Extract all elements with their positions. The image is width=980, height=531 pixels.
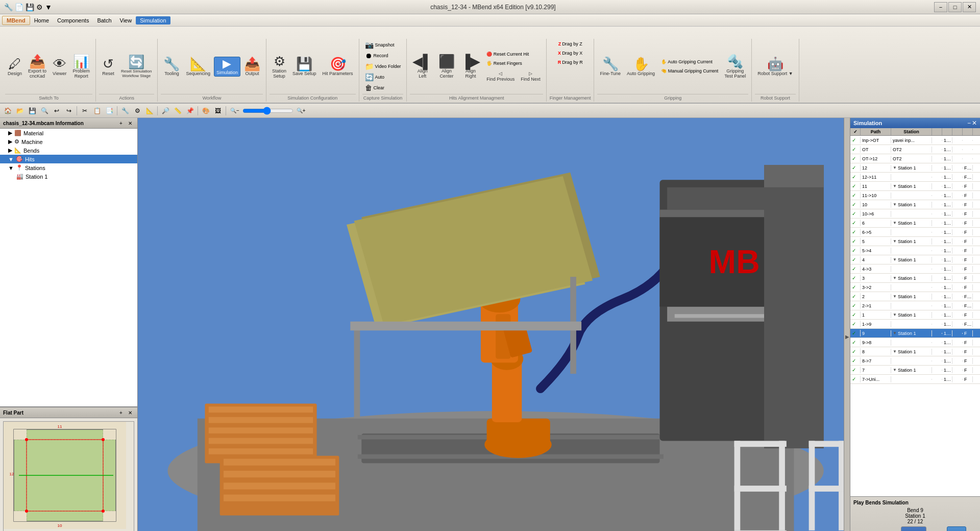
simulation-button[interactable]: ▶ Simulation [214,57,240,77]
tree-item-material[interactable]: ▶ 🟫 Material [0,129,137,137]
video-folder-button[interactable]: 📁 Video Folder [362,61,404,71]
toolbar-btn-11[interactable]: ⚙ [132,105,143,116]
sim-row[interactable]: ✓5->41 - Vac...F [850,246,980,255]
tooling-button[interactable]: 🔧 Tooling [161,56,182,78]
sim-row[interactable]: ✓10▼Station 11 - Vac...F [850,200,980,209]
sim-row[interactable]: ✓1▼Station 11 - Vac...F [850,310,980,320]
sim-row[interactable]: ✓8▼Station 11 - Vac...F [850,347,980,356]
sim-row[interactable]: ✓11->101 - Vac...F [850,191,980,200]
sim-row[interactable]: ✓12->111 - Vac...F + R [850,173,980,182]
manual-gripping-current-button[interactable]: 🤏 Manual Gripping Current [658,67,721,75]
tree-item-station1[interactable]: 🏭 Station 1 [0,172,137,181]
save-setup-button[interactable]: 💾 Save Setup [290,56,319,78]
simulation-menu-item[interactable]: Simulation [136,16,170,25]
sim-row[interactable]: ✓9▼Station 11 - Vac...F [850,329,980,338]
tree-item-stations[interactable]: ▼ 📍 Stations [0,163,137,172]
auto-gripping-button[interactable]: ✋ Auto Gripping [624,56,657,78]
sim-row[interactable]: ✓Inp->OTyavei inp...1 - Vac... [850,136,980,145]
toolbar-btn-14[interactable]: 📏 [172,105,183,116]
sim-row[interactable]: ✓6▼Station 11 - Vac...F [850,219,980,228]
tree-item-machine[interactable]: ▶ ⚙ Machine [0,137,137,146]
sim-minimize-btn[interactable]: − [967,119,971,127]
sim-row[interactable]: ✓1->91 - Vac...F + R [850,320,980,329]
problem-report-button[interactable]: 📊 ProblemReport [70,53,92,80]
toolbar-btn-15[interactable]: 📌 [184,105,195,116]
toolbar-btn-1[interactable]: 🏠 [2,105,13,116]
align-left-button[interactable]: ◀▌ AlignLeft [410,53,434,80]
sim-row[interactable]: ✓4->31 - Vac...F [850,264,980,274]
station-setup-button[interactable]: ⚙ StationSetup [270,53,289,80]
toolbar-btn-17[interactable]: 🖼 [212,105,224,116]
drag-by-x-button[interactable]: X Drag by X [555,49,585,57]
components-menu-item[interactable]: Components [53,16,93,25]
sim-close-btn[interactable]: ✕ [972,119,977,127]
viewer-button[interactable]: 👁 Viewer [50,56,69,78]
sim-row[interactable]: ✓OT->12OT21 - Vac... [850,154,980,163]
sim-row[interactable]: ✓3->21 - Vac...F [850,283,980,292]
drag-by-z-button[interactable]: Z Drag by Z [556,40,585,48]
single-play-button[interactable]: Single Play [947,526,966,531]
toolbar-btn-10[interactable]: 🔧 [119,105,131,116]
sim-row[interactable]: ✓2->11 - Vac...F + R [850,301,980,310]
drag-by-r-button[interactable]: R Drag by R [555,58,585,66]
flat-part-close-btn[interactable]: ✕ [126,408,134,417]
home-menu-item[interactable]: Home [30,16,53,25]
viewport-3d[interactable]: MB [138,118,850,531]
sequencing-button[interactable]: 📐 Sequencing [183,56,213,78]
toolbar-btn-7[interactable]: ✂ [79,105,90,116]
view-menu-item[interactable]: View [116,16,136,25]
sim-row[interactable]: ✓4▼Station 11 - Vac...F [850,255,980,264]
zoom-slider[interactable] [242,107,293,115]
toolbar-btn-8[interactable]: 📋 [91,105,103,116]
fine-tune-button[interactable]: 🔧 Fine-Tune [597,56,623,78]
sim-row[interactable]: ✓11▼Station 11 - Vac...F [850,182,980,191]
toolbar-btn-12[interactable]: 📐 [144,105,155,116]
sim-row[interactable]: ✓8->71 - Vac...F [850,356,980,366]
align-center-button[interactable]: ⬛ AlignCenter [436,53,457,80]
sim-row[interactable]: ✓2▼Station 11 - Vac...F + R [850,292,980,301]
find-next-button[interactable]: ▷ Find Next [518,69,543,83]
tree-item-bends[interactable]: ▶ 📐 Bends [0,146,137,155]
sim-row[interactable]: ✓OTOT21 - Vac... [850,145,980,154]
output-button[interactable]: 📤 Output [241,56,263,78]
toolbar-btn-16[interactable]: 🎨 [200,105,211,116]
hit-params-button[interactable]: 🎯 Hit Parameters [320,56,356,78]
reset-button[interactable]: ↺ Reset [99,56,117,78]
toolbar-btn-13[interactable]: 🔎 [160,105,171,116]
reset-fingers-button[interactable]: 🖐 Reset Fingers [484,59,543,67]
toolbar-btn-9[interactable]: 📑 [104,105,115,116]
sim-row[interactable]: ✓7->Uni...1 - Vac...F [850,375,980,384]
gripping-test-button[interactable]: 🔩 GrippingTest Panel [722,53,748,80]
record-button[interactable]: ⏺ Record [362,51,404,61]
sim-row[interactable]: ✓3▼Station 11 - Vac...F [850,274,980,283]
find-previous-button[interactable]: ◁ Find Previous [484,69,517,83]
play-forward-large-button[interactable]: ⏩ [901,526,926,531]
toolbar-btn-6[interactable]: ↪ [63,105,75,116]
sim-row[interactable]: ✓12▼Station 11 - Vac...F + R [850,163,980,173]
robot-support-button[interactable]: 🤖 Robot Support ▼ [755,56,795,78]
tree-close-button[interactable]: ✕ [126,119,134,127]
maximize-button[interactable]: □ [948,2,962,12]
sim-row[interactable]: ✓10->61 - Vac...F [850,209,980,219]
sim-row[interactable]: ✓5▼Station 11 - Vac...F [850,237,980,246]
toolbar-btn-5[interactable]: ↩ [51,105,62,116]
toolbar-btn-2[interactable]: 📂 [14,105,26,116]
reset-simulation-button[interactable]: 🔄 Reset SimulationWorkflow Stage [118,54,154,80]
auto-gripping-current-button[interactable]: ✋ Auto Gripping Current [658,58,721,66]
sim-row[interactable]: ✓6->51 - Vac...F [850,228,980,237]
align-right-button[interactable]: ▐▶ AlignRight [458,53,483,80]
tree-expand-button[interactable]: + [117,119,125,127]
clear-button[interactable]: 🗑 Clear [362,83,404,93]
toolbar-btn-4[interactable]: 🔍 [39,105,50,116]
toolbar-btn-3[interactable]: 💾 [27,105,38,116]
tree-item-hits[interactable]: ▼ 🎯 Hits [0,155,137,163]
mbend-menu-item[interactable]: MBend [2,16,30,25]
sim-row[interactable]: ✓9->81 - Vac...F [850,338,980,347]
reset-current-hit-button[interactable]: 🔴 Reset Current Hit [484,50,543,58]
design-button[interactable]: 🖊 Design [5,56,24,78]
batch-menu-item[interactable]: Batch [93,16,115,25]
flat-part-expand-btn[interactable]: + [117,408,125,417]
snapshot-button[interactable]: 📷 Snapshot [362,40,404,50]
sim-panel-collapse-handle[interactable]: ▶ [844,118,850,531]
sim-row[interactable]: ✓7▼Station 11 - Vac...F [850,366,980,375]
